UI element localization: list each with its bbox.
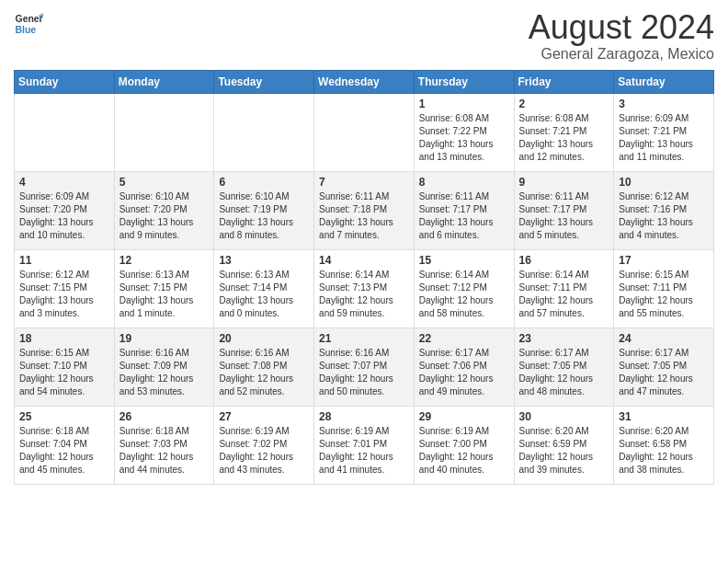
- day-number: 16: [519, 254, 609, 267]
- calendar-cell: 25Sunrise: 6:18 AM Sunset: 7:04 PM Dayli…: [15, 406, 115, 484]
- calendar-cell: 5Sunrise: 6:10 AM Sunset: 7:20 PM Daylig…: [114, 171, 214, 249]
- day-number: 23: [519, 332, 609, 345]
- calendar-cell: [114, 93, 214, 171]
- header: General Blue August 2024 General Zaragoz…: [14, 9, 714, 63]
- calendar-cell: [15, 93, 115, 171]
- calendar-cell: 12Sunrise: 6:13 AM Sunset: 7:15 PM Dayli…: [114, 249, 214, 327]
- day-info: Sunrise: 6:20 AM Sunset: 6:58 PM Dayligh…: [619, 425, 709, 477]
- calendar-cell: [214, 93, 314, 171]
- day-info: Sunrise: 6:14 AM Sunset: 7:12 PM Dayligh…: [419, 269, 509, 320]
- calendar-cell: 3Sunrise: 6:09 AM Sunset: 7:21 PM Daylig…: [614, 93, 714, 171]
- day-number: 21: [319, 332, 409, 345]
- calendar-cell: 27Sunrise: 6:19 AM Sunset: 7:02 PM Dayli…: [214, 406, 314, 484]
- day-number: 28: [319, 410, 409, 423]
- day-info: Sunrise: 6:17 AM Sunset: 7:05 PM Dayligh…: [519, 347, 609, 398]
- calendar-cell: 14Sunrise: 6:14 AM Sunset: 7:13 PM Dayli…: [314, 249, 415, 327]
- day-header-tuesday: Tuesday: [214, 70, 314, 93]
- day-number: 13: [219, 254, 309, 267]
- calendar-cell: 11Sunrise: 6:12 AM Sunset: 7:15 PM Dayli…: [15, 249, 115, 327]
- calendar-cell: 1Sunrise: 6:08 AM Sunset: 7:22 PM Daylig…: [414, 93, 514, 171]
- logo: General Blue: [14, 9, 43, 39]
- day-info: Sunrise: 6:12 AM Sunset: 7:15 PM Dayligh…: [19, 269, 109, 320]
- day-header-saturday: Saturday: [614, 70, 714, 93]
- day-number: 14: [319, 254, 409, 267]
- day-info: Sunrise: 6:16 AM Sunset: 7:09 PM Dayligh…: [119, 347, 210, 398]
- day-number: 30: [519, 410, 609, 423]
- calendar-week-4: 18Sunrise: 6:15 AM Sunset: 7:10 PM Dayli…: [15, 327, 714, 406]
- day-info: Sunrise: 6:08 AM Sunset: 7:21 PM Dayligh…: [519, 112, 609, 164]
- day-number: 22: [419, 332, 509, 345]
- page-title: August 2024: [529, 9, 714, 46]
- calendar-cell: 18Sunrise: 6:15 AM Sunset: 7:10 PM Dayli…: [15, 327, 115, 406]
- calendar-cell: 15Sunrise: 6:14 AM Sunset: 7:12 PM Dayli…: [414, 249, 514, 327]
- day-number: 29: [419, 410, 509, 423]
- svg-text:General: General: [16, 14, 43, 24]
- calendar-cell: 22Sunrise: 6:17 AM Sunset: 7:06 PM Dayli…: [414, 327, 514, 406]
- day-info: Sunrise: 6:18 AM Sunset: 7:04 PM Dayligh…: [19, 425, 109, 477]
- day-info: Sunrise: 6:12 AM Sunset: 7:16 PM Dayligh…: [619, 190, 709, 242]
- day-info: Sunrise: 6:15 AM Sunset: 7:10 PM Dayligh…: [19, 347, 109, 398]
- day-number: 5: [119, 176, 210, 189]
- day-info: Sunrise: 6:11 AM Sunset: 7:17 PM Dayligh…: [519, 190, 609, 242]
- calendar-header: SundayMondayTuesdayWednesdayThursdayFrid…: [15, 70, 714, 93]
- calendar-table: SundayMondayTuesdayWednesdayThursdayFrid…: [14, 70, 714, 485]
- day-info: Sunrise: 6:09 AM Sunset: 7:20 PM Dayligh…: [19, 190, 109, 242]
- day-number: 2: [519, 98, 609, 110]
- day-info: Sunrise: 6:18 AM Sunset: 7:03 PM Dayligh…: [119, 425, 210, 477]
- day-number: 10: [619, 176, 709, 189]
- logo-icon: General Blue: [14, 9, 43, 39]
- day-header-friday: Friday: [514, 70, 614, 93]
- day-info: Sunrise: 6:11 AM Sunset: 7:17 PM Dayligh…: [419, 190, 509, 242]
- day-number: 4: [19, 176, 109, 189]
- day-info: Sunrise: 6:19 AM Sunset: 7:00 PM Dayligh…: [419, 425, 509, 477]
- day-number: 1: [419, 98, 509, 110]
- calendar-cell: 9Sunrise: 6:11 AM Sunset: 7:17 PM Daylig…: [514, 171, 614, 249]
- day-number: 9: [519, 176, 609, 189]
- day-info: Sunrise: 6:17 AM Sunset: 7:05 PM Dayligh…: [619, 347, 709, 398]
- day-info: Sunrise: 6:14 AM Sunset: 7:11 PM Dayligh…: [519, 269, 609, 320]
- calendar-week-1: 1Sunrise: 6:08 AM Sunset: 7:22 PM Daylig…: [15, 93, 714, 171]
- day-info: Sunrise: 6:19 AM Sunset: 7:01 PM Dayligh…: [319, 425, 409, 477]
- day-info: Sunrise: 6:08 AM Sunset: 7:22 PM Dayligh…: [419, 112, 509, 164]
- title-area: August 2024 General Zaragoza, Mexico: [529, 9, 714, 63]
- day-info: Sunrise: 6:19 AM Sunset: 7:02 PM Dayligh…: [219, 425, 309, 477]
- calendar-cell: 4Sunrise: 6:09 AM Sunset: 7:20 PM Daylig…: [15, 171, 115, 249]
- day-info: Sunrise: 6:15 AM Sunset: 7:11 PM Dayligh…: [619, 269, 709, 320]
- day-info: Sunrise: 6:10 AM Sunset: 7:19 PM Dayligh…: [219, 190, 309, 242]
- calendar-body: 1Sunrise: 6:08 AM Sunset: 7:22 PM Daylig…: [15, 93, 714, 484]
- calendar-cell: [314, 93, 415, 171]
- day-number: 25: [19, 410, 109, 423]
- day-number: 31: [619, 410, 709, 423]
- calendar-cell: 21Sunrise: 6:16 AM Sunset: 7:07 PM Dayli…: [314, 327, 415, 406]
- day-number: 20: [219, 332, 309, 345]
- day-info: Sunrise: 6:16 AM Sunset: 7:08 PM Dayligh…: [219, 347, 309, 398]
- calendar-cell: 28Sunrise: 6:19 AM Sunset: 7:01 PM Dayli…: [314, 406, 415, 484]
- calendar-cell: 30Sunrise: 6:20 AM Sunset: 6:59 PM Dayli…: [514, 406, 614, 484]
- day-info: Sunrise: 6:10 AM Sunset: 7:20 PM Dayligh…: [119, 190, 210, 242]
- day-number: 3: [619, 98, 709, 110]
- day-info: Sunrise: 6:13 AM Sunset: 7:15 PM Dayligh…: [119, 269, 210, 320]
- calendar-cell: 10Sunrise: 6:12 AM Sunset: 7:16 PM Dayli…: [614, 171, 714, 249]
- day-info: Sunrise: 6:13 AM Sunset: 7:14 PM Dayligh…: [219, 269, 309, 320]
- day-info: Sunrise: 6:11 AM Sunset: 7:18 PM Dayligh…: [319, 190, 409, 242]
- day-info: Sunrise: 6:16 AM Sunset: 7:07 PM Dayligh…: [319, 347, 409, 398]
- day-number: 17: [619, 254, 709, 267]
- day-info: Sunrise: 6:20 AM Sunset: 6:59 PM Dayligh…: [519, 425, 609, 477]
- day-number: 27: [219, 410, 309, 423]
- day-number: 11: [19, 254, 109, 267]
- calendar-cell: 29Sunrise: 6:19 AM Sunset: 7:00 PM Dayli…: [414, 406, 514, 484]
- svg-text:Blue: Blue: [16, 25, 37, 35]
- calendar-cell: 19Sunrise: 6:16 AM Sunset: 7:09 PM Dayli…: [114, 327, 214, 406]
- page-subtitle: General Zaragoza, Mexico: [529, 46, 714, 63]
- calendar-week-3: 11Sunrise: 6:12 AM Sunset: 7:15 PM Dayli…: [15, 249, 714, 327]
- day-number: 12: [119, 254, 210, 267]
- calendar-cell: 23Sunrise: 6:17 AM Sunset: 7:05 PM Dayli…: [514, 327, 614, 406]
- day-header-thursday: Thursday: [414, 70, 514, 93]
- day-info: Sunrise: 6:14 AM Sunset: 7:13 PM Dayligh…: [319, 269, 409, 320]
- calendar-cell: 24Sunrise: 6:17 AM Sunset: 7:05 PM Dayli…: [614, 327, 714, 406]
- calendar-cell: 20Sunrise: 6:16 AM Sunset: 7:08 PM Dayli…: [214, 327, 314, 406]
- calendar-cell: 6Sunrise: 6:10 AM Sunset: 7:19 PM Daylig…: [214, 171, 314, 249]
- calendar-week-2: 4Sunrise: 6:09 AM Sunset: 7:20 PM Daylig…: [15, 171, 714, 249]
- calendar-cell: 31Sunrise: 6:20 AM Sunset: 6:58 PM Dayli…: [614, 406, 714, 484]
- day-number: 8: [419, 176, 509, 189]
